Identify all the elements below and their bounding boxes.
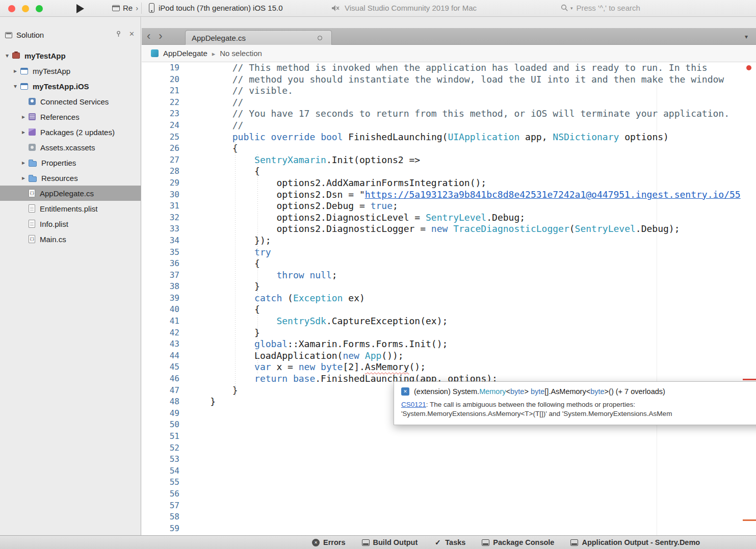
tree-item-entitlements-plist[interactable]: Entitlements.plist [0,201,141,216]
line-number[interactable]: 33 [142,223,179,235]
expander-closed-icon[interactable]: ▸ [19,159,28,166]
line-number[interactable]: 24 [142,120,179,132]
line-number[interactable]: 49 [142,408,179,420]
close-icon[interactable]: ✕ [129,31,135,37]
scrollbar-error-line-marker[interactable] [743,379,756,380]
code-text[interactable]: } [179,327,260,339]
code-text[interactable] [179,523,188,535]
code-text[interactable]: options2.AddXamarinFormsIntegration(); [179,177,486,189]
code-text[interactable]: // [179,120,243,132]
tree-item-packages-2-updates[interactable]: ▸Packages (2 updates) [0,124,141,140]
code-text[interactable]: SentryXamarin.Init(options2 => [179,154,420,166]
line-number[interactable]: 39 [142,293,179,304]
line-number[interactable]: 52 [142,442,179,454]
tree-item-mytestapp-ios[interactable]: ▾myTestApp.iOS [0,79,141,94]
code-text[interactable]: } [179,385,238,397]
code-text[interactable]: } [179,396,216,408]
line-number[interactable]: 30 [142,189,179,201]
code-text[interactable]: LoadApplication(new App()); [179,350,404,362]
statusbar-build-output[interactable]: Build Output [362,538,418,546]
line-number[interactable]: 37 [142,270,179,281]
line-number[interactable]: 19 [142,62,179,74]
line-number[interactable]: 47 [142,385,179,397]
code-text[interactable]: // You have 17 seconds to return from th… [179,108,729,120]
code-text[interactable]: global::Xamarin.Forms.Forms.Init(); [179,338,448,350]
code-text[interactable] [179,477,188,488]
global-search[interactable]: ▾ Press '^,' to search [561,4,640,12]
breadcrumb-selection[interactable]: No selection [220,49,262,58]
code-text[interactable]: { [179,258,260,270]
tree-item-mytestapp[interactable]: ▸myTestApp [0,63,141,79]
code-text[interactable] [179,465,188,477]
tree-item-main-cs[interactable]: Main.cs [0,231,141,247]
statusbar-errors[interactable]: Errors [312,538,346,546]
code-text[interactable]: throw null; [179,270,337,281]
line-number[interactable]: 22 [142,97,179,109]
statusbar-tasks[interactable]: Tasks [434,538,465,546]
scrollbar-error-marker-icon[interactable] [746,65,751,70]
code-text[interactable]: { [179,304,260,316]
line-number[interactable]: 55 [142,477,179,488]
scrollbar-warning-line-marker[interactable] [743,519,756,521]
line-number[interactable]: 34 [142,235,179,247]
device-selector[interactable]: iPod touch (7th generation) iOS 15.0 [149,3,283,13]
tree-item-info-plist[interactable]: Info.plist [0,216,141,231]
tree-item-properties[interactable]: ▸Properties [0,155,141,170]
code-text[interactable] [179,419,188,431]
line-number[interactable]: 25 [142,132,179,143]
tab-list-dropdown-icon[interactable] [745,33,748,40]
code-text[interactable]: // method you should instantiate the win… [179,74,724,86]
statusbar-application-output-sentry-demo[interactable]: Application Output - Sentry.Demo [570,538,700,546]
tree-item-appdelegate-cs[interactable]: AppDelegate.cs [0,186,141,201]
line-number[interactable]: 41 [142,316,179,327]
build-configuration-selector[interactable]: Re › [112,4,138,12]
close-window-button[interactable] [8,5,15,12]
breadcrumb-scope[interactable]: AppDelegate [163,49,207,58]
statusbar-package-console[interactable]: Package Console [482,538,554,546]
expander-closed-icon[interactable]: ▸ [19,128,28,136]
code-editor[interactable]: 19 // This method is invoked when the ap… [142,62,756,535]
expander-open-icon[interactable]: ▾ [3,52,11,59]
line-number[interactable]: 50 [142,419,179,431]
line-number[interactable]: 58 [142,511,179,523]
unsaved-indicator-icon[interactable] [318,36,322,40]
error-code-link[interactable]: CS0121 [401,401,426,408]
code-text[interactable]: // visible. [179,85,293,97]
expander-closed-icon[interactable]: ▸ [19,113,28,120]
run-icon[interactable] [76,4,84,13]
line-number[interactable]: 53 [142,454,179,465]
code-text[interactable] [179,442,188,454]
line-number[interactable]: 32 [142,212,179,224]
tree-item-mytestapp[interactable]: ▾myTestApp [0,48,141,63]
line-number[interactable]: 38 [142,281,179,293]
line-number[interactable]: 40 [142,304,179,316]
line-number[interactable]: 31 [142,200,179,212]
expander-closed-icon[interactable]: ▸ [11,67,19,74]
line-number[interactable]: 28 [142,166,179,177]
line-number[interactable]: 35 [142,247,179,258]
line-number[interactable]: 36 [142,258,179,270]
navigate-forward-icon[interactable] [159,30,162,43]
tree-item-references[interactable]: ▸References [0,109,141,124]
code-text[interactable]: } [179,281,260,293]
code-text[interactable]: { [179,143,238,154]
code-text[interactable]: { [179,166,260,177]
line-number[interactable]: 27 [142,154,179,166]
line-number[interactable]: 56 [142,488,179,500]
tree-item-connected-services[interactable]: Connected Services [0,94,141,109]
code-text[interactable]: SentrySdk.CaptureException(ex); [179,316,448,327]
code-text[interactable] [179,454,188,465]
line-number[interactable]: 23 [142,108,179,120]
code-text[interactable] [179,488,188,500]
line-number[interactable]: 20 [142,74,179,86]
line-number[interactable]: 42 [142,327,179,339]
code-text[interactable] [179,431,188,442]
code-text[interactable] [179,408,188,420]
line-number[interactable]: 45 [142,361,179,373]
tab-appdelegate[interactable]: AppDelegate.cs [185,30,332,45]
expander-closed-icon[interactable]: ▸ [19,174,28,181]
code-text[interactable]: options2.DiagnosticLogger = new TraceDia… [179,223,680,235]
code-text[interactable]: catch (Exception ex) [179,293,365,304]
navigate-back-icon[interactable] [147,30,150,43]
minimize-window-button[interactable] [22,5,29,12]
